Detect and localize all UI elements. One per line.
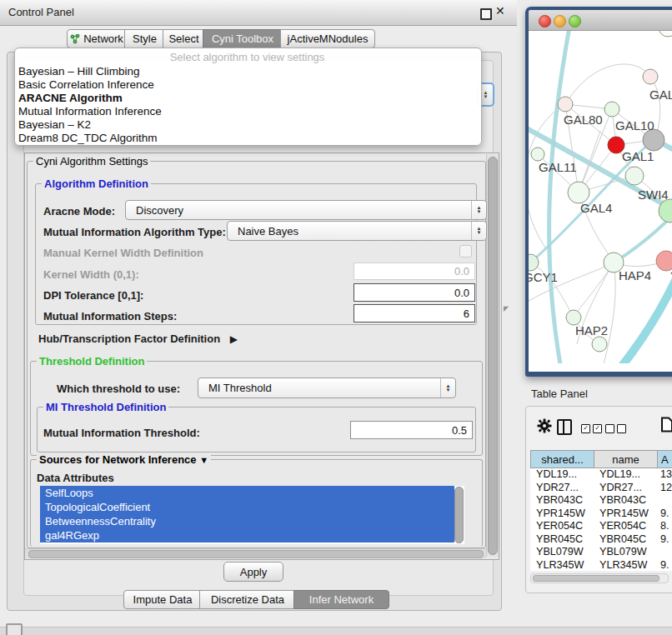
tab-discretize-data-label: Discretize Data xyxy=(211,593,284,606)
cell: YBR045C xyxy=(530,533,594,547)
table-hscrollbar-track[interactable] xyxy=(530,573,669,583)
tab-cyni-toolbox[interactable]: Cyni Toolbox xyxy=(203,29,283,48)
select-all-checks-icon[interactable]: ✓✓ xyxy=(581,424,602,433)
kernel-width-field: 0.0 xyxy=(354,262,475,280)
table-row[interactable]: YER054CYER054C8. xyxy=(530,520,672,533)
app-root: Control Panel ✕ Network Style Select Cyn… xyxy=(0,0,672,635)
cell: 9. xyxy=(658,508,672,521)
network-view-window[interactable]: GAL GAL80 GAL10 GAL1 GAL11 GAL4 SWI4 GCY… xyxy=(525,7,672,377)
network-node[interactable] xyxy=(656,251,672,271)
tab-network[interactable]: Network xyxy=(67,29,127,48)
hub-definition-label: Hub/Transcription Factor Definition xyxy=(38,332,220,345)
tab-select[interactable]: Select xyxy=(163,29,205,48)
dropdown-option[interactable]: Basic Correlation Inference xyxy=(18,78,154,92)
settings-vscrollbar-thumb[interactable] xyxy=(488,157,498,555)
dropdown-option[interactable]: Dream8 DC_TDC Algorithm xyxy=(18,132,158,145)
cell: 13 xyxy=(658,468,672,482)
sources-title: Sources for Network Inference xyxy=(39,453,197,466)
tab-style[interactable]: Style xyxy=(124,29,165,48)
columns-icon[interactable] xyxy=(557,419,572,435)
tab-jactivemnodules[interactable]: jActiveMNodules xyxy=(280,29,375,48)
tab-cyni-toolbox-label: Cyni Toolbox xyxy=(212,32,273,45)
list-item[interactable]: BetweennessCentrality xyxy=(40,514,454,528)
dpi-tolerance-field[interactable]: 0.0 xyxy=(354,283,475,302)
table-body[interactable]: YDL19...YDL19...13 YDR27...YDR27...12 YB… xyxy=(530,468,672,571)
cell: YER054C xyxy=(530,520,594,533)
network-node[interactable] xyxy=(625,167,644,185)
new-table-icon[interactable] xyxy=(660,417,672,432)
cell: YDR27... xyxy=(530,482,594,495)
cell xyxy=(658,546,672,559)
table-hscrollbar-thumb[interactable] xyxy=(533,575,659,582)
float-panel-icon[interactable] xyxy=(480,8,492,20)
gear-icon[interactable] xyxy=(537,418,552,433)
network-node[interactable] xyxy=(558,97,573,112)
data-attributes-list[interactable]: SelfLoops TopologicalCoefficient Between… xyxy=(40,486,464,544)
network-node[interactable] xyxy=(604,102,619,117)
table-row[interactable]: YBR043CYBR043C xyxy=(530,494,672,508)
list-item[interactable]: SelfLoops xyxy=(40,486,454,500)
cell: YDL19... xyxy=(594,468,658,482)
dropdown-option[interactable]: Bayesian – K2 xyxy=(18,118,91,132)
table-header-row: shared... name A xyxy=(530,450,672,468)
column-header[interactable]: A xyxy=(658,450,672,468)
tab-infer-network[interactable]: Infer Network xyxy=(293,590,389,609)
manual-kernel-checkbox[interactable] xyxy=(459,245,472,258)
node-label: GAL80 xyxy=(564,112,603,127)
which-threshold-value: MI Threshold xyxy=(208,382,272,394)
close-panel-icon[interactable]: ✕ xyxy=(495,4,505,18)
dropdown-option[interactable]: Bayesian – Hill Climbing xyxy=(18,65,140,78)
manual-kernel-label: Manual Kernel Width Definition xyxy=(43,247,203,259)
column-header[interactable]: name xyxy=(594,450,658,468)
apply-button-label: Apply xyxy=(240,566,268,578)
node-label: GAL11 xyxy=(539,160,577,174)
cell: YPR145W xyxy=(530,508,594,521)
stepper-arrows-icon: ▲▼ xyxy=(471,222,486,240)
mi-type-label: Mutual Information Algorithm Type: xyxy=(43,226,226,238)
deselect-all-checks-icon[interactable] xyxy=(605,424,626,433)
dropdown-option[interactable]: Mutual Information Inference xyxy=(18,105,162,118)
hub-definition-toggle[interactable]: Hub/Transcription Factor Definition ▶ xyxy=(38,332,238,345)
network-node[interactable] xyxy=(592,337,607,352)
apply-button[interactable]: Apply xyxy=(223,562,283,582)
column-header[interactable]: shared... xyxy=(530,450,594,468)
cell: YBR045C xyxy=(594,533,658,547)
which-threshold-select[interactable]: MI Threshold ▲▼ xyxy=(198,378,456,398)
tab-impute-data[interactable]: Impute Data xyxy=(123,590,202,609)
table-row[interactable]: YBL079WYBL079W xyxy=(530,546,672,559)
panel-splitter-handle[interactable]: ◤ xyxy=(504,305,509,312)
table-row[interactable]: YPR145WYPR145W9. xyxy=(530,508,672,521)
dropdown-prompt: Select algorithm to view settings xyxy=(14,51,480,63)
network-node[interactable] xyxy=(659,31,672,37)
minimized-panel-icon[interactable] xyxy=(6,623,23,635)
tab-network-label: Network xyxy=(83,32,123,45)
table-row[interactable]: YLR345WYLR345W9. xyxy=(530,559,672,572)
network-canvas[interactable]: GAL GAL80 GAL10 GAL1 GAL11 GAL4 SWI4 GCY… xyxy=(529,31,672,363)
table-row[interactable]: YDL19...YDL19...13 xyxy=(530,468,672,482)
mit-label: Mutual Information Threshold: xyxy=(43,427,200,439)
zoom-traffic-light[interactable] xyxy=(569,15,581,28)
mit-field[interactable]: 0.5 xyxy=(350,421,473,439)
aracne-mode-select[interactable]: Discovery ▲▼ xyxy=(125,200,487,220)
tab-impute-data-label: Impute Data xyxy=(133,593,193,606)
mi-type-select[interactable]: Naive Bayes ▲▼ xyxy=(227,221,487,241)
kernel-width-label: Kernel Width (0,1): xyxy=(43,268,139,281)
table-row[interactable]: YDR27...YDR27...12 xyxy=(530,482,672,495)
cell xyxy=(658,494,672,508)
attributes-scrollbar-thumb[interactable] xyxy=(454,487,464,543)
mi-steps-field[interactable]: 6 xyxy=(354,304,475,322)
list-item[interactable]: TopologicalCoefficient xyxy=(40,500,454,514)
status-strip xyxy=(0,627,672,635)
sources-toggle[interactable]: Sources for Network Inference ▼ xyxy=(37,454,211,466)
settings-hscrollbar-thumb[interactable] xyxy=(28,550,484,558)
network-node[interactable] xyxy=(531,148,544,161)
cyni-settings-title: Cyni Algorithm Settings xyxy=(33,156,150,167)
stepper-arrows-icon: ▲▼ xyxy=(471,201,486,219)
dropdown-option-selected[interactable]: ARACNE Algorithm xyxy=(18,92,123,105)
list-item[interactable]: gal4RGexp xyxy=(40,528,454,542)
close-traffic-light[interactable] xyxy=(539,15,551,28)
minimize-traffic-light[interactable] xyxy=(554,15,566,28)
table-row[interactable]: YBR045CYBR045C9. xyxy=(530,533,672,547)
tab-discretize-data[interactable]: Discretize Data xyxy=(199,590,296,609)
network-node[interactable] xyxy=(643,69,658,84)
